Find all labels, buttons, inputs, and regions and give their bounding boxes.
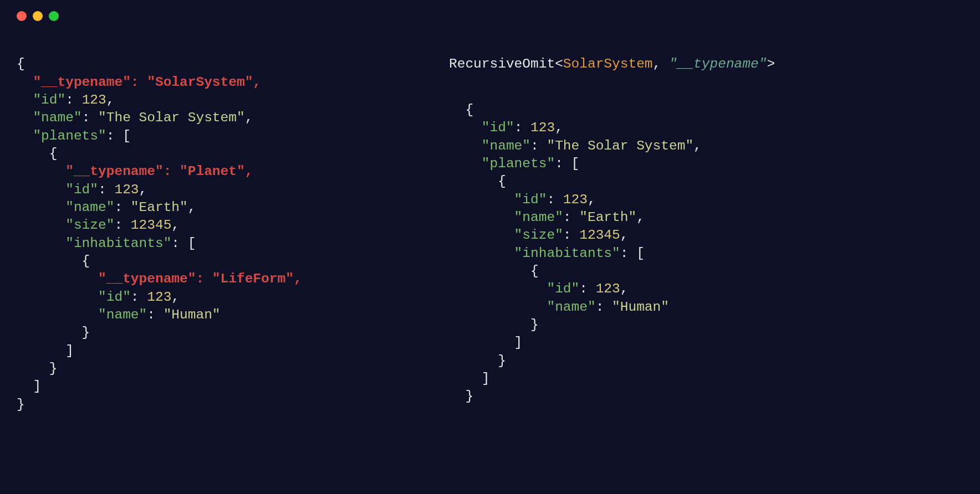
comma: , xyxy=(106,92,115,107)
brace: } xyxy=(17,397,25,412)
result-pane: RecursiveOmit<SolarSystem, "__typename">… xyxy=(449,38,963,431)
json-number: 123 xyxy=(82,92,106,107)
json-string: "The Solar System" xyxy=(98,110,245,125)
json-key: "planets" xyxy=(17,128,106,143)
brace: { xyxy=(449,174,506,189)
json-key: "name" xyxy=(17,110,82,125)
bracket-open: : [ xyxy=(106,128,131,143)
colon: : xyxy=(65,92,81,107)
code-line: "name": "Earth", xyxy=(17,200,196,215)
code-line: "name": "Human" xyxy=(17,307,221,322)
minimize-icon[interactable] xyxy=(33,11,43,21)
comma: , xyxy=(620,281,629,296)
json-key: "name" xyxy=(17,200,114,215)
code-line: "size": 12345, xyxy=(17,218,180,233)
bracket-close: ] xyxy=(449,371,490,386)
brace: } xyxy=(449,317,539,332)
json-string: "Human" xyxy=(164,307,221,322)
colon: : xyxy=(131,290,147,305)
brace: { xyxy=(17,146,58,161)
close-icon[interactable] xyxy=(17,11,27,21)
comma: , xyxy=(188,200,196,215)
brace: { xyxy=(17,254,90,269)
code-line: "id": 123, xyxy=(449,281,628,296)
code-line: "planets": [ xyxy=(17,128,131,143)
colon: : xyxy=(82,110,98,125)
type-fn: RecursiveOmit xyxy=(449,56,555,71)
colon: : xyxy=(596,300,612,315)
json-key: "id" xyxy=(17,92,65,107)
brace: { xyxy=(449,102,473,117)
colon: : xyxy=(114,200,130,215)
colon: : xyxy=(514,120,530,135)
colon: : xyxy=(98,182,114,197)
type-expression: RecursiveOmit<SolarSystem, "__typename"> xyxy=(449,55,963,73)
brace: { xyxy=(449,264,539,279)
comma: , xyxy=(693,138,702,153)
json-key: "id" xyxy=(449,192,547,207)
colon: : xyxy=(579,281,595,296)
code-line: "name": "Earth", xyxy=(449,210,645,225)
code-line: "id": 123, xyxy=(17,182,147,197)
maximize-icon[interactable] xyxy=(49,11,59,21)
json-key: "planets" xyxy=(449,156,555,171)
json-string: "Human" xyxy=(612,300,669,315)
code-line: "size": 12345, xyxy=(449,228,628,243)
json-key: "id" xyxy=(449,120,514,135)
type-arg: SolarSystem xyxy=(563,56,653,71)
json-string: "Earth" xyxy=(131,200,188,215)
colon: : xyxy=(114,218,130,233)
json-number: 123 xyxy=(596,281,620,296)
bracket-open: : [ xyxy=(171,236,196,251)
code-window: { "__typename": "SolarSystem", "id": 123… xyxy=(0,0,980,494)
brace: } xyxy=(17,361,58,376)
colon: : xyxy=(563,210,579,225)
json-key: "name" xyxy=(449,210,563,225)
code-line: "name": "Human" xyxy=(449,300,669,315)
angle-close: > xyxy=(767,56,775,71)
json-number: 123 xyxy=(563,192,588,207)
bracket-close: ] xyxy=(17,343,74,358)
json-key: "size" xyxy=(17,218,114,233)
bracket-close: ] xyxy=(17,379,41,394)
source-json-pane: { "__typename": "SolarSystem", "id": 123… xyxy=(17,38,416,431)
json-number: 123 xyxy=(114,182,139,197)
angle-open: < xyxy=(555,56,563,71)
json-string: "Earth" xyxy=(579,210,636,225)
json-key: "inhabitants" xyxy=(449,246,620,261)
json-key: "id" xyxy=(17,290,131,305)
code-line: "id": 123, xyxy=(17,290,180,305)
comma: , xyxy=(636,210,645,225)
comma: , xyxy=(171,290,180,305)
omitted-line: "__typename": "SolarSystem", xyxy=(17,75,261,90)
json-string: "The Solar System" xyxy=(547,138,693,153)
json-key: "id" xyxy=(449,281,579,296)
type-key-arg: "__typename" xyxy=(669,56,767,71)
json-number: 123 xyxy=(530,120,555,135)
omitted-line: "__typename": "LifeForm", xyxy=(17,271,302,286)
code-line: "name": "The Solar System", xyxy=(17,110,253,125)
brace: } xyxy=(449,353,506,368)
json-key: "name" xyxy=(17,307,147,322)
code-line: "id": 123, xyxy=(449,120,563,135)
comma: , xyxy=(653,56,669,71)
comma: , xyxy=(171,218,180,233)
brace: } xyxy=(449,389,473,404)
bracket-open: : [ xyxy=(620,246,645,261)
bracket-close: ] xyxy=(449,335,522,350)
code-line: "inhabitants": [ xyxy=(17,236,196,251)
json-number: 12345 xyxy=(131,218,172,233)
code-panes: { "__typename": "SolarSystem", "id": 123… xyxy=(17,38,963,431)
window-titlebar xyxy=(17,11,963,21)
json-number: 12345 xyxy=(579,228,620,243)
colon: : xyxy=(563,228,579,243)
json-key: "inhabitants" xyxy=(17,236,171,251)
comma: , xyxy=(139,182,147,197)
colon: : xyxy=(147,307,163,322)
colon: : xyxy=(547,192,563,207)
omitted-line: "__typename": "Planet", xyxy=(17,164,253,179)
json-key: "id" xyxy=(17,182,98,197)
comma: , xyxy=(620,228,629,243)
comma: , xyxy=(555,120,563,135)
json-number: 123 xyxy=(147,290,171,305)
